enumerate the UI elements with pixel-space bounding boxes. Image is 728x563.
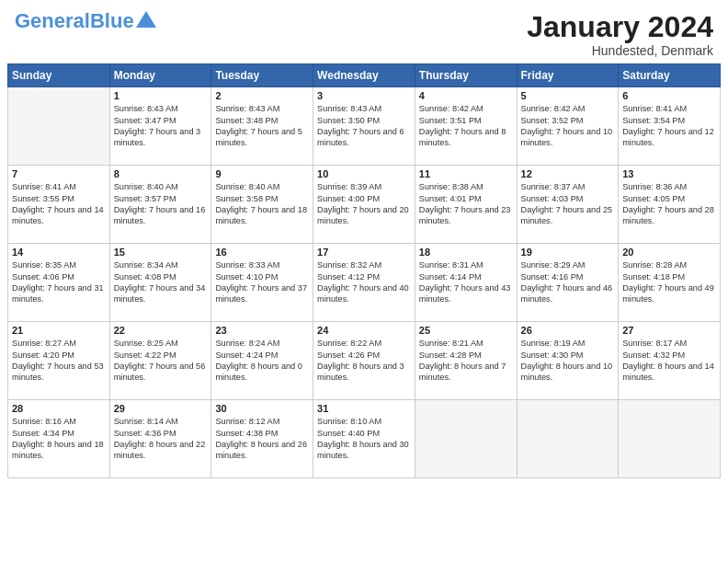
month-title: January 2024 [527, 11, 713, 43]
calendar-cell [619, 400, 721, 478]
cell-info: Sunrise: 8:31 AMSunset: 4:14 PMDaylight:… [419, 259, 513, 305]
calendar-cell: 23Sunrise: 8:24 AMSunset: 4:24 PMDayligh… [211, 322, 313, 400]
week-row-5: 28Sunrise: 8:16 AMSunset: 4:34 PMDayligh… [8, 400, 721, 478]
day-number: 31 [317, 403, 411, 414]
cell-info: Sunrise: 8:28 AMSunset: 4:18 PMDaylight:… [622, 259, 716, 305]
day-number: 2 [215, 90, 309, 101]
cell-info: Sunrise: 8:40 AMSunset: 3:57 PMDaylight:… [114, 181, 208, 227]
calendar-cell: 31Sunrise: 8:10 AMSunset: 4:40 PMDayligh… [313, 400, 415, 478]
calendar-cell: 19Sunrise: 8:29 AMSunset: 4:16 PMDayligh… [517, 244, 619, 322]
calendar-cell: 25Sunrise: 8:21 AMSunset: 4:28 PMDayligh… [415, 322, 517, 400]
day-number: 29 [114, 403, 208, 414]
day-number: 9 [215, 168, 309, 179]
cell-info: Sunrise: 8:39 AMSunset: 4:00 PMDaylight:… [317, 181, 411, 227]
day-number: 12 [521, 168, 615, 179]
day-number: 24 [317, 325, 411, 336]
calendar-cell [517, 400, 619, 478]
day-number: 26 [521, 325, 615, 336]
calendar-cell: 21Sunrise: 8:27 AMSunset: 4:20 PMDayligh… [8, 322, 110, 400]
calendar-cell: 28Sunrise: 8:16 AMSunset: 4:34 PMDayligh… [8, 400, 110, 478]
cell-info: Sunrise: 8:41 AMSunset: 3:55 PMDaylight:… [12, 181, 106, 227]
day-number: 13 [622, 168, 716, 179]
cell-info: Sunrise: 8:24 AMSunset: 4:24 PMDaylight:… [215, 338, 309, 384]
day-number: 15 [114, 247, 208, 258]
calendar-cell: 22Sunrise: 8:25 AMSunset: 4:22 PMDayligh… [109, 322, 211, 400]
day-number: 14 [12, 247, 106, 258]
cell-info: Sunrise: 8:10 AMSunset: 4:40 PMDaylight:… [317, 416, 411, 462]
cell-info: Sunrise: 8:36 AMSunset: 4:05 PMDaylight:… [622, 181, 716, 227]
calendar-table: SundayMondayTuesdayWednesdayThursdayFrid… [7, 63, 721, 478]
day-number: 28 [12, 403, 106, 414]
day-number: 8 [114, 168, 208, 179]
logo-text: GeneralBlue [15, 11, 134, 31]
location: Hundested, Denmark [527, 43, 713, 58]
cell-info: Sunrise: 8:14 AMSunset: 4:36 PMDaylight:… [114, 416, 208, 462]
day-number: 4 [419, 90, 513, 101]
logo-icon [136, 11, 156, 28]
cell-info: Sunrise: 8:29 AMSunset: 4:16 PMDaylight:… [521, 259, 615, 305]
cell-info: Sunrise: 8:25 AMSunset: 4:22 PMDaylight:… [114, 338, 208, 384]
calendar-cell: 7Sunrise: 8:41 AMSunset: 3:55 PMDaylight… [8, 166, 110, 244]
calendar-cell: 15Sunrise: 8:34 AMSunset: 4:08 PMDayligh… [109, 244, 211, 322]
day-number: 22 [114, 325, 208, 336]
calendar-cell: 3Sunrise: 8:43 AMSunset: 3:50 PMDaylight… [313, 87, 415, 166]
page: GeneralBlue January 2024 Hundested, Denm… [0, 0, 728, 563]
calendar-cell: 2Sunrise: 8:43 AMSunset: 3:48 PMDaylight… [211, 87, 313, 166]
cell-info: Sunrise: 8:21 AMSunset: 4:28 PMDaylight:… [419, 338, 513, 384]
cell-info: Sunrise: 8:43 AMSunset: 3:50 PMDaylight:… [317, 103, 411, 149]
day-number: 19 [521, 247, 615, 258]
cell-info: Sunrise: 8:33 AMSunset: 4:10 PMDaylight:… [215, 259, 309, 305]
cell-info: Sunrise: 8:22 AMSunset: 4:26 PMDaylight:… [317, 338, 411, 384]
calendar-cell: 18Sunrise: 8:31 AMSunset: 4:14 PMDayligh… [415, 244, 517, 322]
svg-marker-0 [136, 11, 156, 28]
calendar-wrapper: SundayMondayTuesdayWednesdayThursdayFrid… [0, 63, 728, 563]
calendar-cell: 9Sunrise: 8:40 AMSunset: 3:58 PMDaylight… [211, 166, 313, 244]
cell-info: Sunrise: 8:40 AMSunset: 3:58 PMDaylight:… [215, 181, 309, 227]
cell-info: Sunrise: 8:17 AMSunset: 4:32 PMDaylight:… [622, 338, 716, 384]
week-row-1: 1Sunrise: 8:43 AMSunset: 3:47 PMDaylight… [8, 87, 721, 166]
calendar-cell [8, 87, 110, 166]
day-number: 16 [215, 247, 309, 258]
weekday-header-sunday: Sunday [8, 64, 110, 87]
calendar-cell: 13Sunrise: 8:36 AMSunset: 4:05 PMDayligh… [619, 166, 721, 244]
day-number: 20 [622, 247, 716, 258]
weekday-header-row: SundayMondayTuesdayWednesdayThursdayFrid… [8, 64, 721, 87]
cell-info: Sunrise: 8:34 AMSunset: 4:08 PMDaylight:… [114, 259, 208, 305]
calendar-cell: 8Sunrise: 8:40 AMSunset: 3:57 PMDaylight… [109, 166, 211, 244]
weekday-header-tuesday: Tuesday [211, 64, 313, 87]
calendar-cell: 10Sunrise: 8:39 AMSunset: 4:00 PMDayligh… [313, 166, 415, 244]
calendar-cell: 20Sunrise: 8:28 AMSunset: 4:18 PMDayligh… [619, 244, 721, 322]
calendar-cell: 11Sunrise: 8:38 AMSunset: 4:01 PMDayligh… [415, 166, 517, 244]
week-row-2: 7Sunrise: 8:41 AMSunset: 3:55 PMDaylight… [8, 166, 721, 244]
calendar-cell: 5Sunrise: 8:42 AMSunset: 3:52 PMDaylight… [517, 87, 619, 166]
day-number: 23 [215, 325, 309, 336]
day-number: 3 [317, 90, 411, 101]
calendar-cell: 17Sunrise: 8:32 AMSunset: 4:12 PMDayligh… [313, 244, 415, 322]
day-number: 1 [114, 90, 208, 101]
day-number: 5 [521, 90, 615, 101]
cell-info: Sunrise: 8:35 AMSunset: 4:06 PMDaylight:… [12, 259, 106, 305]
weekday-header-friday: Friday [517, 64, 619, 87]
day-number: 11 [419, 168, 513, 179]
calendar-cell: 30Sunrise: 8:12 AMSunset: 4:38 PMDayligh… [211, 400, 313, 478]
day-number: 10 [317, 168, 411, 179]
cell-info: Sunrise: 8:43 AMSunset: 3:48 PMDaylight:… [215, 103, 309, 149]
cell-info: Sunrise: 8:38 AMSunset: 4:01 PMDaylight:… [419, 181, 513, 227]
weekday-header-wednesday: Wednesday [313, 64, 415, 87]
cell-info: Sunrise: 8:41 AMSunset: 3:54 PMDaylight:… [622, 103, 716, 149]
cell-info: Sunrise: 8:27 AMSunset: 4:20 PMDaylight:… [12, 338, 106, 384]
day-number: 21 [12, 325, 106, 336]
week-row-4: 21Sunrise: 8:27 AMSunset: 4:20 PMDayligh… [8, 322, 721, 400]
weekday-header-saturday: Saturday [619, 64, 721, 87]
day-number: 18 [419, 247, 513, 258]
calendar-cell [415, 400, 517, 478]
day-number: 7 [12, 168, 106, 179]
day-number: 27 [622, 325, 716, 336]
calendar-cell: 24Sunrise: 8:22 AMSunset: 4:26 PMDayligh… [313, 322, 415, 400]
cell-info: Sunrise: 8:19 AMSunset: 4:30 PMDaylight:… [521, 338, 615, 384]
calendar-cell: 1Sunrise: 8:43 AMSunset: 3:47 PMDaylight… [109, 87, 211, 166]
cell-info: Sunrise: 8:12 AMSunset: 4:38 PMDaylight:… [215, 416, 309, 462]
weekday-header-thursday: Thursday [415, 64, 517, 87]
calendar-cell: 12Sunrise: 8:37 AMSunset: 4:03 PMDayligh… [517, 166, 619, 244]
calendar-cell: 29Sunrise: 8:14 AMSunset: 4:36 PMDayligh… [109, 400, 211, 478]
